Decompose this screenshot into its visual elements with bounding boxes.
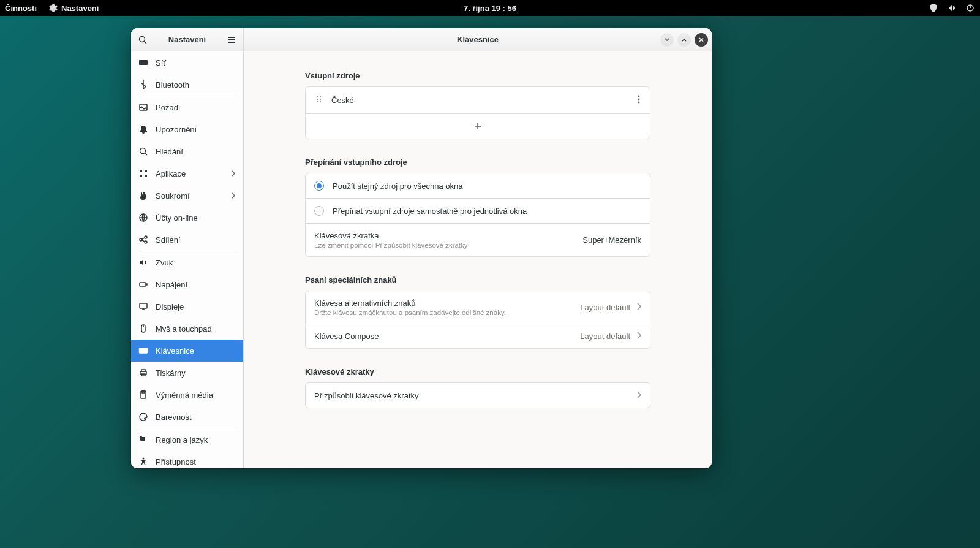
sidebar-item-label: Barevnost	[156, 413, 192, 422]
bell-icon	[138, 124, 148, 134]
customize-shortcuts-row[interactable]: Přizpůsobit klávesové zkratky	[306, 383, 650, 408]
sidebar-item-label: Napájení	[156, 280, 187, 289]
sidebar-item-síť[interactable]: Síť	[131, 51, 243, 74]
sidebar-item-klávesnice[interactable]: Klávesnice	[131, 340, 243, 362]
sidebar-item-zvuk[interactable]: Zvuk	[131, 251, 243, 273]
svg-rect-9	[145, 170, 147, 172]
sidebar-item-label: Aplikace	[156, 169, 186, 178]
sidebar-item-label: Soukromí	[156, 191, 190, 200]
input-source-row[interactable]: České	[306, 87, 650, 113]
power-icon	[138, 280, 148, 289]
svg-point-14	[145, 236, 147, 238]
panel-app-name: Nastavení	[61, 4, 99, 13]
power-icon[interactable]	[965, 3, 975, 13]
sidebar-item-label: Region a jazyk	[156, 435, 208, 444]
switching-shortcut-value: Super+Mezerník	[582, 235, 641, 245]
svg-rect-17	[140, 303, 147, 308]
svg-point-30	[317, 101, 318, 102]
sidebar-menu-button[interactable]	[222, 31, 241, 49]
input-source-label: České	[331, 96, 636, 105]
alt-chars-value: Layout default	[580, 303, 630, 312]
alt-chars-sub: Držte klávesu zmáčknutou a psaním zadáve…	[314, 309, 506, 316]
sidebar-item-účty-on-line[interactable]: Účty on-line	[131, 207, 243, 229]
sidebar-item-label: Klávesnice	[156, 346, 194, 356]
shield-icon[interactable]	[929, 3, 938, 13]
maximize-button[interactable]	[677, 33, 691, 47]
top-panel: Činnosti Nastavení 7. října 19 : 56	[0, 0, 980, 16]
apps-icon	[138, 169, 148, 178]
sidebar-header: Nastavení	[131, 28, 243, 51]
sidebar-item-label: Síť	[156, 58, 166, 67]
accessibility-icon	[138, 457, 148, 466]
svg-rect-24	[142, 391, 145, 393]
sidebar-item-upozornění[interactable]: Upozornění	[131, 118, 243, 140]
svg-point-34	[638, 102, 640, 104]
section-input-sources-heading: Vstupní zdroje	[305, 71, 650, 80]
drag-handle-icon[interactable]	[314, 94, 324, 106]
sidebar-item-aplikace[interactable]: Aplikace	[131, 162, 243, 185]
shortcuts-list: Přizpůsobit klávesové zkratky	[305, 382, 650, 408]
compose-key-value: Layout default	[580, 332, 630, 341]
sidebar-item-label: Myš a touchpad	[156, 324, 212, 333]
svg-point-7	[140, 148, 146, 154]
activities-button[interactable]: Činnosti	[5, 4, 37, 13]
sidebar-item-napájení[interactable]: Napájení	[131, 273, 243, 295]
alt-chars-row[interactable]: Klávesa alternativních znaků Držte kláve…	[306, 291, 650, 324]
switching-shortcut-row: Klávesová zkratka Lze změnit pomocí Přiz…	[306, 223, 650, 256]
svg-rect-16	[140, 283, 146, 286]
compose-key-row[interactable]: Klávesa Compose Layout default	[306, 324, 650, 348]
volume-icon[interactable]	[947, 3, 957, 13]
sidebar-item-label: Displeje	[156, 302, 184, 311]
sidebar-item-tiskárny[interactable]: Tiskárny	[131, 362, 243, 384]
minimize-button[interactable]	[660, 33, 674, 47]
sidebar-item-barevnost[interactable]: Barevnost	[131, 406, 243, 428]
sidebar: Nastavení SíťBluetoothPozadíUpozorněníHl…	[131, 28, 244, 468]
compose-key-label: Klávesa Compose	[314, 332, 379, 341]
sidebar-item-pozadí[interactable]: Pozadí	[131, 96, 243, 118]
chevron-right-icon	[636, 391, 641, 400]
sidebar-item-hledání[interactable]: Hledání	[131, 140, 243, 162]
panel-app-menu[interactable]: Nastavení	[48, 3, 99, 13]
switching-shortcut-sub: Lze změnit pomocí Přizpůsobit klávesové …	[314, 242, 468, 249]
sidebar-item-přístupnost[interactable]: Přístupnost	[131, 451, 243, 468]
close-button[interactable]	[695, 33, 708, 47]
sidebar-item-myš-a-touchpad[interactable]: Myš a touchpad	[131, 318, 243, 340]
svg-point-33	[638, 99, 640, 101]
svg-rect-3	[228, 39, 235, 40]
sidebar-item-label: Pozadí	[156, 103, 180, 112]
gear-icon	[48, 3, 58, 13]
radio-icon	[314, 206, 324, 216]
sidebar-item-label: Účty on-line	[156, 213, 198, 223]
svg-point-25	[143, 458, 145, 460]
sidebar-item-výměnná-média[interactable]: Výměnná média	[131, 384, 243, 406]
sidebar-item-sdílení[interactable]: Sdílení	[131, 229, 243, 251]
sidebar-item-displeje[interactable]: Displeje	[131, 295, 243, 318]
main-pane: Klávesnice Vstupní zdroje	[244, 28, 712, 468]
add-input-source-button[interactable]	[306, 113, 650, 139]
region-icon	[138, 435, 148, 444]
svg-rect-23	[141, 391, 146, 398]
switching-list: Použít stejný zdroj pro všechna okna Pře…	[305, 173, 650, 257]
online-accounts-icon	[138, 213, 148, 223]
svg-rect-5	[139, 60, 148, 65]
svg-point-28	[317, 99, 318, 100]
svg-point-1	[140, 36, 145, 42]
switching-option-label: Přepínat vstupní zdroje samostatně pro j…	[333, 207, 527, 216]
switching-option-same[interactable]: Použít stejný zdroj pro všechna okna	[306, 173, 650, 198]
search-button[interactable]	[134, 31, 152, 49]
svg-point-13	[140, 238, 142, 241]
plus-icon	[473, 121, 483, 131]
network-icon	[138, 58, 148, 67]
sidebar-item-label: Sdílení	[156, 235, 180, 245]
printer-icon	[138, 368, 148, 378]
panel-clock[interactable]: 7. října 19 : 56	[464, 4, 516, 13]
sidebar-item-soukromí[interactable]: Soukromí	[131, 185, 243, 207]
input-source-menu-button[interactable]	[636, 95, 641, 105]
svg-rect-10	[140, 175, 142, 177]
mouse-icon	[138, 324, 148, 333]
sidebar-item-region-a-jazyk[interactable]: Region a jazyk	[131, 428, 243, 451]
customize-shortcuts-label: Přizpůsobit klávesové zkratky	[314, 391, 419, 400]
switching-option-per-window[interactable]: Přepínat vstupní zdroje samostatně pro j…	[306, 198, 650, 223]
svg-point-29	[320, 99, 321, 100]
sidebar-item-bluetooth[interactable]: Bluetooth	[131, 74, 243, 96]
